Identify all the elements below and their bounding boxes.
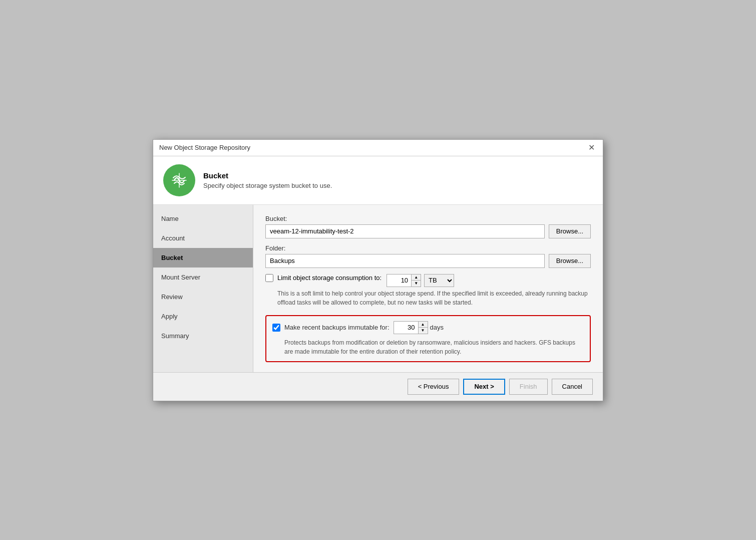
sidebar-item-mount-server[interactable]: Mount Server [153,267,253,287]
content-area: Bucket: Browse... Folder: Browse... Limi [253,205,603,372]
limit-checkbox-label: Limit object storage consumption to: [277,274,382,282]
bucket-row: Bucket: Browse... [265,215,591,238]
cancel-button[interactable]: Cancel [552,379,593,395]
limit-value-input[interactable] [387,274,412,287]
sidebar-item-apply[interactable]: Apply [153,307,253,326]
limit-spinner-down[interactable]: ▼ [412,281,421,287]
limit-controls: ▲ ▼ GB TB PB [387,274,454,287]
limit-spinner: ▲ ▼ [387,274,421,287]
immutable-row: Make recent backups immutable for: ▲ ▼ d… [272,321,584,334]
header-text: Bucket Specify object storage system buc… [203,171,332,189]
header-title: Bucket [203,171,332,180]
footer: < Previous Next > Finish Cancel [153,372,603,401]
limit-spinner-buttons: ▲ ▼ [412,274,421,287]
sidebar-item-name[interactable]: Name [153,209,253,228]
folder-browse-button[interactable]: Browse... [549,254,591,268]
header-subtitle: Specify object storage system bucket to … [203,182,332,189]
sidebar-item-summary[interactable]: Summary [153,326,253,346]
days-label: days [430,324,444,331]
dialog-title: New Object Storage Repository [159,144,250,151]
title-bar: New Object Storage Repository ✕ [153,140,603,156]
limit-row: Limit object storage consumption to: ▲ ▼… [265,274,591,287]
immutable-label: Make recent backups immutable for: [284,324,390,331]
close-button[interactable]: ✕ [586,144,597,152]
sidebar-item-bucket[interactable]: Bucket [153,248,253,267]
finish-button[interactable]: Finish [509,379,548,395]
immutable-section: Make recent backups immutable for: ▲ ▼ d… [265,315,591,362]
immutable-days-input[interactable] [394,321,419,334]
immutable-hint-text: Protects backups from modification or de… [272,338,584,356]
next-button[interactable]: Next > [463,379,505,395]
limit-hint-text: This is a soft limit to help control you… [265,289,591,307]
immutable-spinner-down[interactable]: ▼ [419,328,428,334]
bucket-label: Bucket: [265,215,591,222]
immutable-spinner: ▲ ▼ [394,321,428,334]
bucket-input-row: Browse... [265,224,591,238]
dialog: New Object Storage Repository ✕ Bucket S… [153,139,603,401]
folder-input-row: Browse... [265,254,591,268]
limit-unit-select[interactable]: GB TB PB [424,274,454,287]
sidebar-item-review[interactable]: Review [153,287,253,307]
folder-row: Folder: Browse... [265,244,591,268]
limit-spinner-up[interactable]: ▲ [412,275,421,281]
body-area: Name Account Bucket Mount Server Review … [153,205,603,372]
limit-checkbox[interactable] [265,274,273,282]
sidebar-item-account[interactable]: Account [153,228,253,248]
immutable-spinner-up[interactable]: ▲ [419,322,428,328]
immutable-checkbox[interactable] [272,324,280,332]
previous-button[interactable]: < Previous [408,379,460,395]
logo-icon [163,164,195,196]
bucket-browse-button[interactable]: Browse... [549,224,591,238]
header-area: Bucket Specify object storage system buc… [153,156,603,205]
folder-label: Folder: [265,244,591,252]
sidebar: Name Account Bucket Mount Server Review … [153,205,253,372]
immutable-spinner-buttons: ▲ ▼ [419,321,428,334]
limit-checkbox-area: Limit object storage consumption to: [265,274,382,282]
folder-input[interactable] [265,254,545,268]
immutable-days-controls: ▲ ▼ days [394,321,444,334]
bucket-input[interactable] [265,224,545,238]
